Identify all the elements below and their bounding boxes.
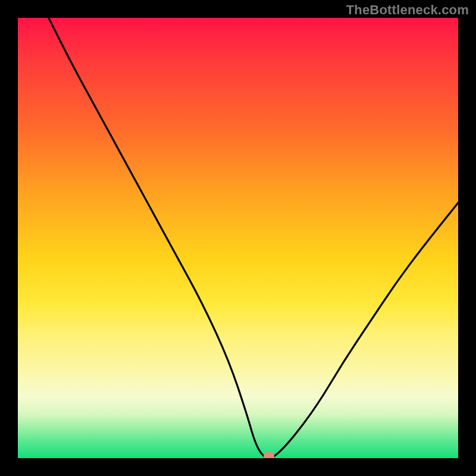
watermark-text: TheBottleneck.com [346, 2, 469, 18]
chart-frame: TheBottleneck.com [0, 0, 476, 476]
optimal-point-marker [264, 452, 274, 458]
bottleneck-curve [18, 18, 458, 458]
plot-area [18, 18, 458, 458]
